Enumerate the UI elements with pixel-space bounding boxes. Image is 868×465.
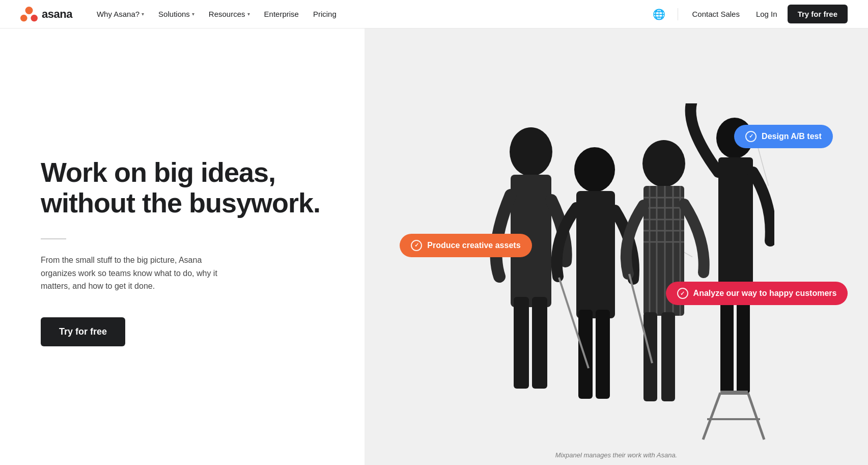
svg-point-10	[574, 147, 615, 192]
svg-point-1	[20, 14, 27, 21]
nav-enterprise[interactable]: Enterprise	[258, 6, 305, 22]
try-free-hero-button[interactable]: Try for free	[41, 317, 125, 346]
hero-left: Work on big ideas, without the busywork.…	[0, 29, 365, 465]
badge-design-ab-test: ✓ Design A/B test	[734, 125, 833, 148]
nav-resources[interactable]: Resources ▾	[203, 6, 256, 22]
badge-produce-creative: ✓ Produce creative assets	[400, 234, 531, 257]
nav-solutions[interactable]: Solutions ▾	[152, 6, 201, 22]
hero-divider	[41, 238, 66, 239]
chevron-down-icon: ▾	[192, 11, 194, 17]
svg-point-0	[25, 7, 33, 14]
svg-rect-11	[576, 191, 615, 318]
svg-rect-31	[718, 157, 753, 300]
hero-heading: Work on big ideas, without the busywork.	[41, 157, 334, 218]
svg-rect-28	[661, 312, 675, 401]
navbar: asana Why Asana? ▾ Solutions ▾ Resources…	[0, 0, 868, 29]
nav-links: Why Asana? ▾ Solutions ▾ Resources ▾ Ent…	[91, 6, 649, 22]
nav-divider	[678, 8, 678, 20]
svg-rect-32	[720, 292, 734, 394]
svg-point-6	[510, 127, 552, 176]
svg-point-15	[642, 140, 685, 187]
check-icon: ✓	[411, 240, 422, 251]
svg-rect-9	[532, 297, 547, 389]
hero-right: ✓ Design A/B test ✓ Produce creative ass…	[365, 29, 868, 465]
hero-section: Work on big ideas, without the busywork.…	[0, 29, 868, 465]
nav-right: 🌐 Contact Sales Log In Try for free	[649, 4, 848, 24]
check-icon: ✓	[745, 131, 757, 142]
hero-subtext: From the small stuff to the big picture,…	[41, 254, 234, 293]
logo-text: asana	[42, 8, 72, 21]
globe-icon: 🌐	[653, 9, 665, 20]
svg-rect-12	[578, 310, 593, 399]
try-free-nav-button[interactable]: Try for free	[788, 5, 848, 23]
login-link[interactable]: Log In	[750, 6, 783, 22]
nav-why-asana[interactable]: Why Asana? ▾	[91, 6, 150, 22]
language-selector[interactable]: 🌐	[649, 4, 669, 24]
people-illustration	[459, 103, 774, 450]
svg-rect-33	[737, 292, 750, 394]
logo[interactable]: asana	[20, 6, 72, 23]
svg-line-35	[748, 393, 764, 440]
nav-pricing[interactable]: Pricing	[307, 6, 343, 22]
contact-sales-link[interactable]: Contact Sales	[686, 6, 746, 22]
badge-analyze-customers: ✓ Analyze our way to happy customers	[666, 282, 848, 305]
svg-rect-8	[514, 297, 529, 389]
hero-caption: Mixpanel manages their work with Asana.	[555, 451, 677, 459]
svg-point-2	[31, 14, 38, 21]
chevron-down-icon: ▾	[142, 11, 144, 17]
chevron-down-icon: ▾	[247, 11, 250, 17]
svg-line-34	[703, 393, 720, 440]
check-icon: ✓	[677, 288, 688, 299]
svg-rect-13	[596, 310, 610, 399]
